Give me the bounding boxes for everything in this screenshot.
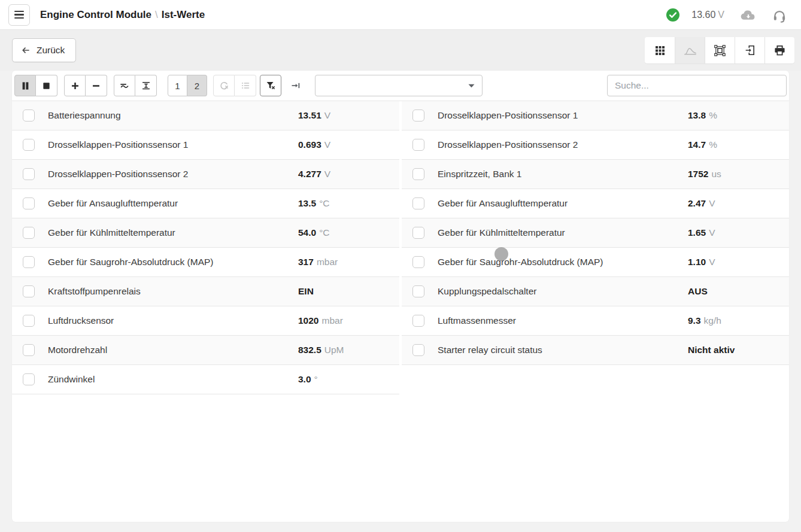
remove-button[interactable] xyxy=(86,75,107,96)
measurement-label: Kraftstoffpumpenrelais xyxy=(48,286,141,297)
display-mode-group xyxy=(114,75,157,96)
hamburger-menu-button[interactable] xyxy=(8,4,30,26)
row-checkbox[interactable] xyxy=(412,139,424,151)
cloud-download-icon[interactable] xyxy=(740,9,757,21)
grid-view-button[interactable] xyxy=(645,37,675,63)
row-checkbox[interactable] xyxy=(412,168,424,180)
measurement-unit: V xyxy=(324,110,330,120)
row-checkbox[interactable] xyxy=(412,110,424,121)
column-count-group: 1 2 xyxy=(168,75,207,96)
measurement-label: Drosselklappen-Positionssensor 1 xyxy=(438,110,578,121)
title-separator: \ xyxy=(155,9,158,20)
measurements-column-left: Batteriespannung13.51VDrosselklappen-Pos… xyxy=(12,101,399,394)
measurement-unit: mbar xyxy=(321,315,342,326)
measurement-unit: V xyxy=(709,198,715,208)
measurement-label: Luftmassenmesser xyxy=(438,315,516,326)
refresh-clear-icon xyxy=(219,81,229,91)
title-module: Engine Control Module xyxy=(40,9,151,20)
list-icon xyxy=(241,81,250,90)
measurement-label: Luftdrucksensor xyxy=(48,315,114,326)
row-checkbox[interactable] xyxy=(23,110,35,121)
chart-view-button xyxy=(675,37,705,63)
measurement-row: Motordrehzahl832.5UpM xyxy=(12,336,399,365)
smooth-button[interactable] xyxy=(114,75,135,96)
print-view-button[interactable] xyxy=(764,37,794,63)
measurement-row: Drosselklappen-Positionssensor 10.693V xyxy=(12,130,399,160)
selection-icon xyxy=(714,45,726,56)
sub-bar: Zurück xyxy=(0,30,801,71)
measurement-row: Geber für Kühlmitteltemperatur54.0°C xyxy=(12,218,399,248)
add-button[interactable] xyxy=(64,75,86,96)
tab-right-button[interactable] xyxy=(285,75,307,96)
row-checkbox[interactable] xyxy=(23,315,35,327)
selection-view-button[interactable] xyxy=(705,37,735,63)
battery-voltage: 13.60V xyxy=(691,10,724,20)
check-circle-icon xyxy=(666,8,679,22)
row-checkbox[interactable] xyxy=(412,197,424,209)
measurement-value: 0.693V xyxy=(298,139,330,150)
add-remove-group xyxy=(64,75,107,96)
measurement-label: Zündwinkel xyxy=(48,374,95,385)
row-checkbox[interactable] xyxy=(412,315,424,327)
measurement-label: Geber für Ansauglufttemperatur xyxy=(438,198,568,209)
measurement-unit: V xyxy=(709,257,715,267)
measurement-unit: kg/h xyxy=(704,315,721,326)
row-checkbox[interactable] xyxy=(412,227,424,239)
measurement-row: Geber für Ansauglufttemperatur13.5°C xyxy=(12,189,399,218)
measurement-row: Drosselklappen-Positionssensor 24.277V xyxy=(12,160,399,189)
measurement-unit: °C xyxy=(319,198,329,208)
text-height-button[interactable] xyxy=(135,75,157,96)
row-checkbox[interactable] xyxy=(23,373,35,385)
row-checkbox[interactable] xyxy=(23,344,35,356)
measurement-label: Batteriespannung xyxy=(48,110,121,121)
export-icon xyxy=(745,45,756,56)
parameter-group-dropdown[interactable] xyxy=(315,75,483,96)
export-view-button[interactable] xyxy=(735,37,764,63)
measurement-unit: us xyxy=(711,169,721,179)
row-checkbox[interactable] xyxy=(23,256,35,268)
measurement-unit: % xyxy=(709,110,717,120)
search-input[interactable] xyxy=(607,75,787,96)
measurement-value: 317mbar xyxy=(298,257,338,267)
measurement-value: 1020mbar xyxy=(298,315,343,326)
row-checkbox[interactable] xyxy=(23,168,35,180)
refresh-clear-button xyxy=(213,75,235,96)
minus-icon xyxy=(92,81,101,90)
measurement-value: EIN xyxy=(298,286,314,297)
row-checkbox[interactable] xyxy=(23,227,35,239)
grid-icon xyxy=(655,45,665,56)
back-button[interactable]: Zurück xyxy=(12,38,76,62)
top-bar: Engine Control Module\Ist-Werte 13.60V xyxy=(0,0,801,30)
measurement-row: Luftmassenmesser9.3kg/h xyxy=(402,306,789,336)
measurements-column-right: Drosselklappen-Positionssensor 113.8%Dro… xyxy=(402,101,789,394)
headset-icon[interactable] xyxy=(772,7,787,23)
row-checkbox[interactable] xyxy=(23,197,35,209)
row-checkbox[interactable] xyxy=(23,285,35,297)
disabled-tools-group xyxy=(213,75,256,96)
print-icon xyxy=(774,45,785,56)
measurement-unit: V xyxy=(709,227,715,238)
pause-button[interactable] xyxy=(14,75,36,96)
columns-1-button[interactable]: 1 xyxy=(168,75,187,96)
filter-clear-button[interactable] xyxy=(260,75,281,96)
measurement-row: Drosselklappen-Positionssensor 214.7% xyxy=(402,130,789,160)
measurements-toolbar: 1 2 xyxy=(12,71,789,101)
measurement-row: Luftdrucksensor1020mbar xyxy=(12,306,399,336)
measurement-row: Geber für Kühlmitteltemperatur1.65V xyxy=(402,218,789,248)
tab-right-icon xyxy=(291,81,301,90)
row-checkbox[interactable] xyxy=(412,256,424,268)
measurement-row: KupplungspedalschalterAUS xyxy=(402,277,789,306)
back-label: Zurück xyxy=(37,45,65,56)
measurement-label: Kupplungspedalschalter xyxy=(438,286,536,297)
stop-button[interactable] xyxy=(36,75,57,96)
row-checkbox[interactable] xyxy=(412,344,424,356)
columns-2-button[interactable]: 2 xyxy=(187,75,207,96)
measurement-unit: °C xyxy=(319,227,329,238)
filter-clear-icon xyxy=(266,81,275,90)
measurement-label: Einspritzzeit, Bank 1 xyxy=(438,169,521,180)
measurement-label: Drosselklappen-Positionssensor 2 xyxy=(48,169,188,180)
measurement-row: Starter relay circuit statusNicht aktiv xyxy=(402,336,789,365)
row-checkbox[interactable] xyxy=(23,139,35,151)
row-checkbox[interactable] xyxy=(412,285,424,297)
measurement-unit: V xyxy=(324,169,330,179)
